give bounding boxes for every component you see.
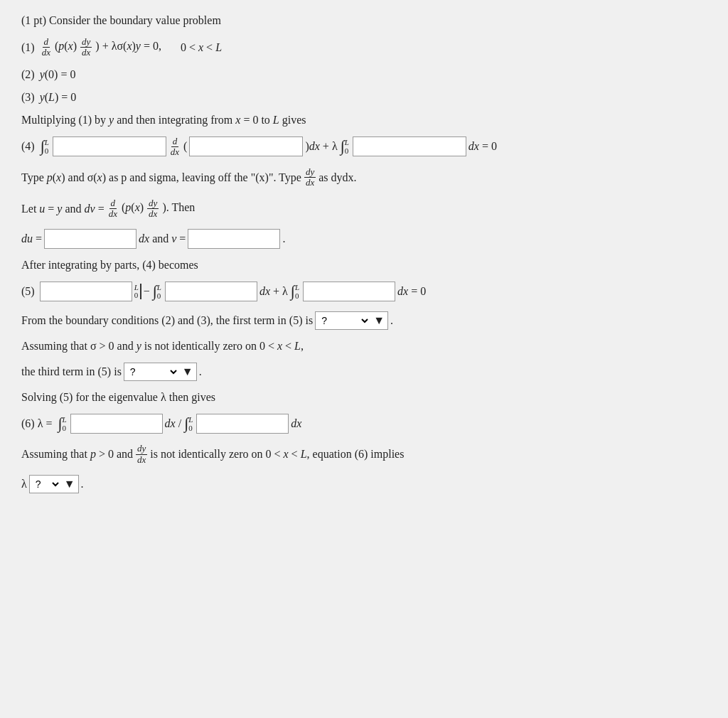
integral-1-bounds: L 0 (45, 138, 49, 155)
multiplying-text: Multiplying (1) by y and then integratin… (21, 114, 306, 127)
let-text: Let u = y and dv = (21, 203, 105, 215)
after-text-row: After integrating by parts, (4) becomes (21, 259, 707, 272)
d-dx-frac2: d dx (169, 136, 181, 158)
dropdown-3-arrow: ▼ (64, 478, 75, 491)
lambda-row: λ ? > 0 < 0 = 0 ▼ . (21, 475, 707, 493)
input-4-3[interactable] (353, 136, 466, 156)
type-instruction: Type p(x) and σ(x) as p and sigma, leavi… (21, 167, 707, 188)
integral-5-lower: 0 (62, 424, 66, 432)
main-content: (1 pt) Consider the boundary value probl… (21, 14, 707, 493)
integral-6-bounds: L 0 (188, 415, 193, 432)
integral-1: ∫ L 0 (41, 137, 50, 156)
integral-1-upper: L (45, 138, 49, 146)
solving-row: Solving (5) for the eigenvalue λ then gi… (21, 391, 707, 404)
equation-4: (4) ∫ L 0 d dx ( )dx + λ ∫ L 0 dx = 0 (21, 136, 707, 158)
integral-3: ∫ L 0 (153, 282, 162, 301)
eval-bar: L 0 (134, 284, 141, 299)
assuming-1-row: Assuming that σ > 0 and y is not identic… (21, 340, 707, 353)
input-5-3[interactable] (303, 282, 395, 301)
integral-3-lower: 0 (157, 291, 161, 300)
du-text: du = (21, 232, 42, 245)
type-text: Type p(x) and σ(x) as p and sigma, leavi… (21, 171, 301, 184)
boundary-text: From the boundary conditions (2) and (3)… (21, 314, 313, 327)
dy-dx-frac3: dy dx (147, 198, 159, 220)
integral-2-bounds: L 0 (345, 138, 349, 155)
problem-header: (1 pt) Consider the boundary value probl… (21, 14, 707, 27)
eq4-paren-open: ( (183, 140, 187, 153)
dropdown-3[interactable]: ? > 0 < 0 = 0 (33, 476, 61, 492)
eq1-label: (1) (21, 41, 35, 54)
eq1-domain: 0 < x < L (164, 41, 222, 54)
input-5-2[interactable] (165, 282, 257, 301)
dropdown-1[interactable]: ? 0 positive negative (318, 313, 370, 328)
assuming-2-text2: is not identically zero on 0 < x < L, eq… (150, 448, 404, 461)
integral-4-lower: 0 (295, 291, 299, 300)
solving-text: Solving (5) for the eigenvalue λ then gi… (21, 391, 215, 404)
eq5-label: (5) (21, 285, 35, 298)
d-dx-frac: d dx (41, 37, 52, 58)
period1: . (282, 232, 285, 245)
integral-2-lower: 0 (345, 146, 349, 155)
eq1-paren: (p(x) dy dx ) + λσ(x)y = 0, (55, 37, 161, 58)
lambda-period: . (81, 478, 84, 491)
integral-4: ∫ L 0 (291, 282, 300, 301)
input-6-2[interactable] (196, 414, 289, 434)
eq4-end: dx = 0 (469, 140, 497, 153)
assuming-2-row: Assuming that p > 0 and dy dx is not ide… (21, 444, 707, 465)
eq5-end: dx = 0 (397, 285, 426, 298)
integral-6-lower: 0 (188, 424, 193, 432)
dy-dx-frac4: dy dx (136, 444, 147, 465)
input-6-1[interactable] (70, 414, 163, 434)
let-paren: (p(x) dy dx ). Then (122, 198, 195, 220)
integral-3-upper: L (157, 283, 161, 291)
dy-dx-frac2: dy dx (304, 167, 316, 188)
eq2-content: y(0) = 0 (40, 68, 76, 81)
third-term-text: the third term in (5) is (21, 365, 122, 378)
eq3-content: y(L) = 0 (40, 91, 77, 104)
input-4-2[interactable] (189, 136, 303, 156)
dy-dx-frac1: dy dx (80, 37, 92, 58)
integral-2: ∫ L 0 (341, 137, 350, 156)
equation-1: (1) d dx (p(x) dy dx ) + λσ(x)y = 0, 0 <… (21, 37, 707, 58)
input-5-1[interactable] (40, 282, 132, 301)
boundary-period: . (390, 314, 393, 327)
third-term-row: the third term in (5) is ? 0 positive ne… (21, 363, 707, 381)
integral-6-upper: L (188, 415, 193, 424)
eq6-dx2: dx (291, 417, 301, 430)
eq5-minus: − (144, 285, 150, 298)
input-v[interactable] (188, 229, 280, 249)
equation-2: (2) y(0) = 0 (21, 68, 707, 81)
integral-6: ∫ L 0 (184, 414, 193, 433)
dx-text: dx and v = (139, 232, 186, 245)
input-4-1[interactable] (53, 136, 166, 156)
after-text: After integrating by parts, (4) becomes (21, 259, 198, 272)
dropdown-2-arrow: ▼ (182, 365, 193, 378)
eq2-label: (2) (21, 68, 35, 81)
integral-5: ∫ L 0 (58, 414, 67, 433)
integral-1-lower: 0 (45, 146, 49, 155)
eq4-label: (4) (21, 140, 35, 153)
integral-4-upper: L (295, 283, 299, 291)
dropdown-3-container[interactable]: ? > 0 < 0 = 0 ▼ (29, 475, 79, 493)
integral-5-bounds: L 0 (62, 415, 66, 432)
type-text2: as dydx. (318, 171, 356, 184)
eq4-paren-close: )dx + λ (305, 140, 337, 153)
let-uv-row: Let u = y and dv = d dx (p(x) dy dx ). T… (21, 198, 707, 220)
assuming-2-text: Assuming that p > 0 and (21, 448, 133, 461)
integral-2-upper: L (345, 138, 349, 146)
assuming-1-text: Assuming that σ > 0 and y is not identic… (21, 340, 304, 353)
eval-bounds-wrap: L 0 (134, 284, 139, 299)
boundary-row: From the boundary conditions (2) and (3)… (21, 311, 707, 330)
dropdown-1-arrow: ▼ (373, 314, 385, 327)
third-term-period: . (199, 365, 202, 378)
lambda-label: λ (21, 478, 27, 491)
eq5-dx1: dx + λ (259, 285, 288, 298)
d-dx-frac3: d dx (107, 198, 119, 220)
dropdown-2-container[interactable]: ? 0 positive negative ▼ (124, 363, 197, 381)
du-dv-row: du = dx and v = . (21, 229, 707, 249)
eq3-label: (3) (21, 91, 35, 104)
dropdown-2[interactable]: ? 0 positive negative (127, 364, 179, 380)
dropdown-1-container[interactable]: ? 0 positive negative ▼ (315, 311, 388, 330)
header-text: (1 pt) Consider the boundary value probl… (21, 14, 221, 27)
input-du[interactable] (44, 229, 136, 249)
